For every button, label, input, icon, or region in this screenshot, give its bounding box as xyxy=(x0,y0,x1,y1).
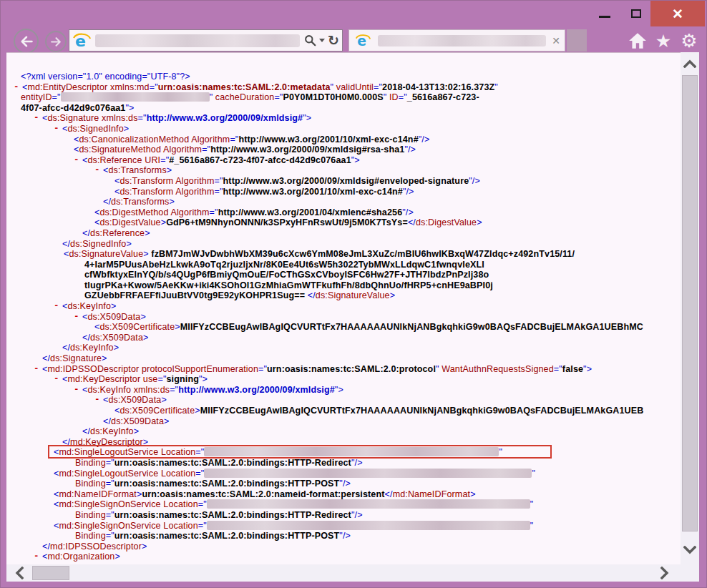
forward-arrow-icon xyxy=(50,36,62,48)
horizontal-scrollbar[interactable] xyxy=(6,564,699,582)
xml-token: "/> xyxy=(403,187,414,197)
xml-token: =" xyxy=(106,531,114,541)
xml-line: -<ds:Signature xmlns:ds="http://www.w3.o… xyxy=(6,113,681,124)
xml-line: <?xml version="1.0" encoding="UTF-8"?> xyxy=(6,72,681,82)
collapse-marker[interactable]: - xyxy=(34,364,39,375)
xml-line: -<md:KeyDescriptor use="signing"> xyxy=(6,374,681,385)
xml-token: " xyxy=(499,447,502,457)
xml-token: md:Organization xyxy=(47,552,114,562)
favorites-button[interactable]: ★ xyxy=(652,31,675,51)
xml-token: Location xyxy=(161,499,198,509)
xml-token: > xyxy=(114,343,119,353)
xml-token: Algorithm xyxy=(161,144,202,155)
xml-token: > xyxy=(145,228,150,238)
xml-token: > xyxy=(477,217,482,227)
horizontal-scroll-thumb[interactable] xyxy=(32,566,69,580)
xml-line: </ds:X509Data> xyxy=(6,333,681,343)
xml-token: > xyxy=(142,542,147,552)
collapse-marker[interactable]: - xyxy=(34,552,39,562)
xml-token: Location xyxy=(161,521,198,531)
collapse-marker[interactable]: - xyxy=(94,395,100,406)
xml-token: > xyxy=(111,301,116,311)
browser-tab[interactable]: e ✕ xyxy=(348,29,565,52)
xml-token: " xyxy=(532,469,535,479)
xml-line: </ds:Transforms> xyxy=(6,197,681,207)
xml-token: Algorithm xyxy=(169,207,210,217)
xml-token: =" xyxy=(170,385,178,395)
chevron-right-icon xyxy=(660,567,669,579)
xml-token: Binding xyxy=(75,479,106,489)
collapse-marker[interactable]: - xyxy=(74,312,79,323)
xml-line: </ds:SignedInfo> xyxy=(6,239,681,250)
address-dropdown-icon[interactable] xyxy=(319,39,325,42)
navigation-bar: e ↻ e ✕ ★ ⚙ xyxy=(1,26,706,52)
xml-token: > xyxy=(140,312,145,322)
collapse-marker[interactable]: - xyxy=(14,82,19,93)
scroll-right-button[interactable] xyxy=(656,564,673,582)
address-bar[interactable]: e ↻ xyxy=(69,29,343,52)
xml-token: =" xyxy=(195,469,204,479)
refresh-icon[interactable]: ↻ xyxy=(328,34,339,47)
scroll-up-button[interactable] xyxy=(681,55,699,72)
xml-token: ds:KeyInfo xyxy=(67,301,111,311)
minimize-button[interactable] xyxy=(587,1,622,26)
xml-line: <ds:SignatureValue> fzBM7JmWJvDwbhWbXM39… xyxy=(6,249,681,260)
back-button[interactable] xyxy=(14,29,39,54)
xml-token: ds:Transform xyxy=(120,176,173,186)
browser-window: ✕ e ↻ e ✕ xyxy=(0,0,707,588)
xml-line: -<ds:Transforms> xyxy=(6,165,681,176)
tab-close-icon[interactable]: ✕ xyxy=(552,36,560,46)
address-url-redacted[interactable] xyxy=(95,34,300,47)
new-tab-button[interactable] xyxy=(567,29,587,52)
xml-token: GdP6+tM9NhynONNN/k3SPxyHFnRswUt/9j5M0K7T… xyxy=(166,217,408,227)
xml-document: <?xml version="1.0" encoding="UTF-8"?>-<… xyxy=(6,53,681,562)
maximize-button[interactable] xyxy=(622,1,650,26)
collapse-marker[interactable]: - xyxy=(54,374,59,385)
collapse-marker[interactable]: - xyxy=(34,113,39,124)
xml-token: 4f07-afcc-d42d9c076aa1 xyxy=(21,103,125,113)
collapse-marker[interactable]: - xyxy=(94,165,100,176)
xml-token: > xyxy=(126,239,131,249)
vertical-scrollbar[interactable] xyxy=(681,52,699,564)
xml-token: " xyxy=(494,82,498,92)
vertical-scroll-thumb[interactable] xyxy=(682,75,698,531)
redacted-value xyxy=(61,92,210,102)
collapse-marker[interactable]: - xyxy=(74,385,79,396)
collapse-marker[interactable]: - xyxy=(54,301,59,312)
xml-token: </ xyxy=(103,197,111,207)
xml-token: md:IDPSSODescriptor xyxy=(50,542,142,552)
xml-token: md:NameIDFormat xyxy=(393,489,471,499)
redacted-value xyxy=(207,499,530,509)
home-button[interactable] xyxy=(626,31,649,51)
xml-token: "/> xyxy=(402,207,414,217)
scroll-left-button[interactable] xyxy=(11,564,28,582)
collapse-marker[interactable]: - xyxy=(54,124,59,134)
settings-button[interactable]: ⚙ xyxy=(678,31,701,51)
xml-line: tlugrPKa+Kwow/5AeKKw+iki4KSOhOI1GzMhiaGm… xyxy=(6,280,681,291)
tab-favicon-ie-icon: e xyxy=(355,32,371,48)
xml-token: "/> xyxy=(404,144,416,155)
xml-token: > xyxy=(390,290,395,300)
close-icon: ✕ xyxy=(672,7,683,21)
xml-token: xmlns:md xyxy=(107,82,149,92)
xml-line: <ds:Transform Algorithm="http://www.w3.o… xyxy=(6,176,681,187)
collapse-marker[interactable]: - xyxy=(74,155,79,166)
titlebar[interactable]: ✕ xyxy=(1,1,706,26)
xml-token: md:SingleLogoutService xyxy=(59,469,158,479)
xml-token: use xyxy=(140,374,157,384)
scroll-down-button[interactable] xyxy=(681,542,699,559)
xml-token: MIIFYzCCBEugAwIBAgIQCVURTtFx7HAAAAAAUNlk… xyxy=(200,406,644,416)
xml-token: =" xyxy=(274,92,283,102)
forward-button[interactable] xyxy=(45,31,67,52)
close-button[interactable]: ✕ xyxy=(650,1,705,26)
search-icon[interactable] xyxy=(304,34,316,46)
xml-line: <md:NameIDFormat>urn:oasis:names:tc:SAML… xyxy=(6,489,681,500)
xml-line: -<ds:X509Data> xyxy=(6,395,681,406)
xml-token: _5616a867-c723- xyxy=(407,92,479,102)
xml-token: </ xyxy=(62,239,70,249)
xml-token: ds:SignatureValue xyxy=(69,249,143,259)
xml-token: =" xyxy=(202,144,210,155)
xml-token: </ xyxy=(62,343,70,353)
chevron-up-icon xyxy=(683,59,696,68)
gear-icon: ⚙ xyxy=(681,31,697,50)
